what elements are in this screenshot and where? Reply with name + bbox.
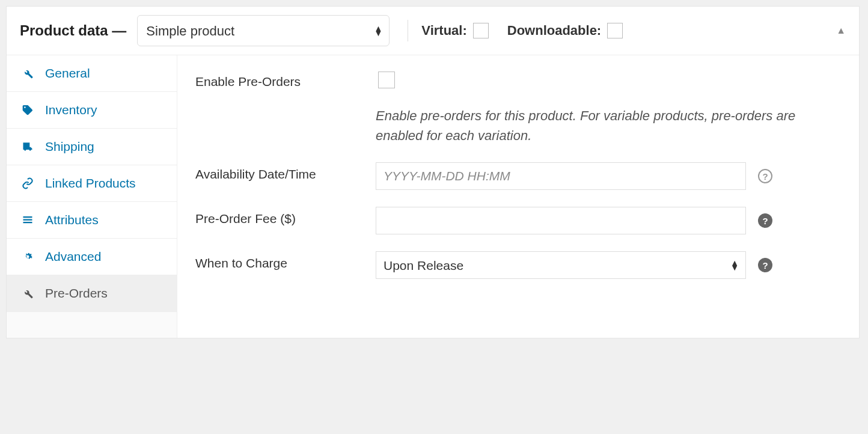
fee-input[interactable] bbox=[376, 207, 746, 234]
tab-label: General bbox=[45, 66, 90, 81]
row-enable-pre-orders: Enable Pre-Orders Enable pre-orders for … bbox=[195, 70, 841, 145]
tab-label: Shipping bbox=[45, 139, 94, 154]
availability-input[interactable] bbox=[376, 162, 746, 190]
downloadable-field[interactable]: Downloadable: bbox=[507, 21, 625, 40]
wrench-icon bbox=[20, 67, 35, 79]
list-icon bbox=[20, 215, 35, 225]
tab-label: Inventory bbox=[45, 103, 97, 117]
virtual-field[interactable]: Virtual: bbox=[421, 21, 490, 40]
tab-attributes[interactable]: Attributes bbox=[7, 202, 177, 239]
when-to-charge-select[interactable]: Upon Release bbox=[376, 251, 746, 279]
tab-label: Attributes bbox=[45, 213, 99, 227]
fee-label: Pre-Order Fee ($) bbox=[195, 207, 376, 234]
panel-title: Product data — bbox=[20, 22, 126, 39]
panel-body: General Inventory Shipping Linked Produc… bbox=[7, 55, 859, 338]
collapse-toggle-icon[interactable]: ▲ bbox=[836, 25, 846, 36]
tab-linked-products[interactable]: Linked Products bbox=[7, 165, 177, 202]
product-data-panel: Product data — Simple product ▲▼ Virtual… bbox=[6, 6, 860, 338]
downloadable-checkbox[interactable] bbox=[607, 23, 623, 38]
tab-advanced[interactable]: Advanced bbox=[7, 239, 177, 275]
row-when-to-charge: When to Charge Upon Release ▲▼ ? bbox=[195, 251, 841, 279]
svg-rect-2 bbox=[23, 222, 32, 223]
enable-pre-orders-checkbox[interactable] bbox=[378, 72, 395, 88]
gear-icon bbox=[20, 251, 35, 263]
link-icon bbox=[20, 177, 35, 189]
panel-header: Product data — Simple product ▲▼ Virtual… bbox=[7, 7, 859, 55]
enable-pre-orders-hint: Enable pre-orders for this product. For … bbox=[376, 106, 833, 145]
virtual-checkbox[interactable] bbox=[473, 23, 489, 38]
tab-content: Enable Pre-Orders Enable pre-orders for … bbox=[177, 55, 859, 338]
divider bbox=[408, 20, 408, 41]
help-icon[interactable]: ? bbox=[758, 213, 772, 228]
tag-icon bbox=[20, 104, 35, 116]
tab-label: Linked Products bbox=[45, 176, 136, 191]
wrench-icon bbox=[20, 287, 35, 299]
downloadable-label: Downloadable: bbox=[507, 23, 601, 38]
tab-label: Pre-Orders bbox=[45, 286, 108, 301]
product-type-select-wrap: Simple product ▲▼ bbox=[137, 15, 390, 46]
tab-shipping[interactable]: Shipping bbox=[7, 129, 177, 165]
tabs-sidebar: General Inventory Shipping Linked Produc… bbox=[7, 55, 177, 338]
product-type-select[interactable]: Simple product bbox=[137, 15, 390, 46]
tab-label: Advanced bbox=[45, 249, 101, 264]
charge-label: When to Charge bbox=[195, 251, 376, 279]
svg-rect-1 bbox=[23, 219, 32, 221]
row-pre-order-fee: Pre-Order Fee ($) ? bbox=[195, 207, 841, 234]
tab-inventory[interactable]: Inventory bbox=[7, 92, 177, 129]
row-availability: Availability Date/Time ? bbox=[195, 162, 841, 190]
help-icon[interactable]: ? bbox=[758, 169, 772, 183]
svg-rect-0 bbox=[23, 216, 32, 218]
enable-pre-orders-label: Enable Pre-Orders bbox=[195, 70, 376, 145]
virtual-label: Virtual: bbox=[421, 23, 466, 38]
availability-label: Availability Date/Time bbox=[195, 162, 376, 190]
help-icon[interactable]: ? bbox=[758, 258, 772, 272]
tab-pre-orders[interactable]: Pre-Orders bbox=[7, 275, 177, 312]
truck-icon bbox=[20, 141, 35, 153]
tab-general[interactable]: General bbox=[7, 55, 177, 92]
